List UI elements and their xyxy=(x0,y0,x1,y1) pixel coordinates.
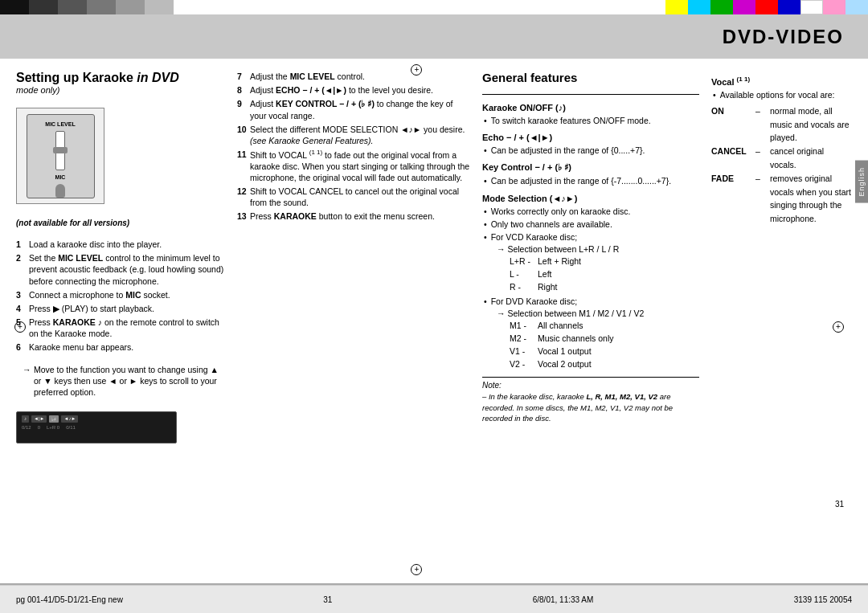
vocal-cancel: CANCEL – cancel original vocals. xyxy=(711,145,852,172)
color-green xyxy=(710,0,733,14)
menu-bar-row2: 0/12 0 L+R 0 0/11 xyxy=(22,425,171,430)
mic-label: MIC xyxy=(55,174,66,180)
color-pink xyxy=(823,0,845,14)
crosshair-icon-right xyxy=(833,321,844,333)
step-7: 7 Adjust the MIC LEVEL control. xyxy=(237,71,470,82)
color-blue xyxy=(778,0,800,14)
vcd-options: L+R -Left + Right L -Left R -Right xyxy=(497,255,699,293)
section-heading: Setting up Karaoke in DVD mode only) xyxy=(16,71,225,100)
step-2: 2 Set the MIC LEVEL control to the minim… xyxy=(16,252,225,287)
dvd-arrow: → Selection between M1 / M2 / V1 / V2 M1… xyxy=(482,309,699,370)
gray-block-6 xyxy=(145,0,174,14)
availability-note: (not available for all versions) xyxy=(16,219,225,227)
step-4: 4 Press ▶ (PLAY) to start playback. xyxy=(16,303,225,314)
dvd-v2: V2 -Vocal 2 output xyxy=(510,358,699,371)
crosshair-icon-top xyxy=(411,64,422,76)
middle-column: 7 Adjust the MIC LEVEL control. 8 Adjust… xyxy=(237,71,470,572)
note-available: (not available for all versions) xyxy=(16,219,225,231)
bottom-page-num: 31 xyxy=(323,595,332,604)
mode-item-dvd: For DVD Karaoke disc; xyxy=(482,296,699,307)
step-13: 13 Press KARAOKE button to exit the menu… xyxy=(237,210,470,222)
crosshair-icon-bottom xyxy=(411,564,422,575)
bottom-bar: pg 001-41/D5-D1/21-Eng new 31 6/8/01, 11… xyxy=(0,585,868,613)
color-magenta xyxy=(733,0,755,14)
color-yellow xyxy=(665,0,688,14)
vcd-r: R -Right xyxy=(510,281,699,294)
setup-steps-middle: 7 Adjust the MIC LEVEL control. 8 Adjust… xyxy=(237,71,470,225)
menu-val-4: 0/11 xyxy=(66,425,76,430)
bottom-left-text: pg 001-41/D5-D1/21-Eng new xyxy=(16,595,123,604)
slider-handle xyxy=(53,147,68,153)
color-white xyxy=(800,0,823,14)
menu-icon-4: ◄♪► xyxy=(61,415,78,423)
menu-val-1: 0/12 xyxy=(22,425,31,430)
setup-steps-left: 1 Load a karaoke disc into the player. 2… xyxy=(16,239,225,356)
page-title: DVD-VIDEO xyxy=(723,26,844,48)
step-9: 9 Adjust KEY CONTROL − / + (♭ ♯) to chan… xyxy=(237,98,470,121)
menu-bar-row1: ♪ ◄|► ♭♯ ◄♪► xyxy=(22,415,171,423)
language-tab: English xyxy=(855,161,868,203)
title-divider xyxy=(482,94,699,95)
device-inner: MIC LEVEL MIC xyxy=(27,114,95,198)
mode-item-1: Works correctly only on karaoke disc. xyxy=(482,206,699,217)
mode-selection-title: Mode Selection (◄♪►) xyxy=(482,194,699,203)
key-control-list: Can be adjusted in the range of {-7.....… xyxy=(482,175,699,188)
color-red xyxy=(755,0,778,14)
bottom-center-text: 6/8/01, 11:33 AM xyxy=(533,595,594,604)
bottom-right-text: 3139 115 20054 xyxy=(794,595,852,604)
vocal-title: Vocal (1 1) xyxy=(711,76,852,87)
mode-item-2: Only two channels are available. xyxy=(482,219,699,230)
page-number-side: 31 xyxy=(835,500,844,509)
key-control-item: Can be adjusted in the range of {-7.....… xyxy=(482,175,699,186)
karaoke-onoff-list: To switch karaoke features ON/OFF mode. xyxy=(482,115,699,128)
vocal-fade: FADE – removes original vocals when you … xyxy=(711,172,852,226)
key-control-title: Key Control − / + (♭ ♯) xyxy=(482,162,699,173)
step-8: 8 Adjust ECHO − / + (◄|►) to the level y… xyxy=(237,84,470,96)
header-bar: DVD-VIDEO xyxy=(0,14,868,59)
step-12: 12 Shift to VOCAL CANCEL to cancel out t… xyxy=(237,186,470,208)
device-image: MIC LEVEL MIC xyxy=(16,108,104,204)
echo-title: Echo − / + (◄|►) xyxy=(482,133,699,142)
slider-track xyxy=(55,131,65,171)
gray-block-1 xyxy=(0,0,29,14)
vocal-list: Available options for vocal are: xyxy=(711,89,852,102)
mic-icon xyxy=(55,184,65,197)
step-1: 1 Load a karaoke disc into the player. xyxy=(16,239,225,250)
menu-val-3: L+R 0 xyxy=(47,425,59,430)
general-features-title: General features xyxy=(482,71,699,84)
karaoke-onoff-item: To switch karaoke features ON/OFF mode. xyxy=(482,115,699,126)
echo-item: Can be adjusted in the range of {0.....+… xyxy=(482,145,699,156)
vocal-table: ON – normal mode, all music and vocals a… xyxy=(711,104,852,226)
karaoke-onoff-title: Karaoke ON/OFF (♪) xyxy=(482,103,699,112)
vcd-arrow-text: → Selection between L+R / L / R xyxy=(497,244,699,254)
crosshair-right xyxy=(833,321,844,334)
gray-block-3 xyxy=(58,0,87,14)
step-3: 3 Connect a microphone to MIC socket. xyxy=(16,289,225,300)
arrow-icon: → xyxy=(23,364,34,398)
vcd-lr: L+R -Left + Right xyxy=(510,255,699,268)
crosshair-left xyxy=(14,321,26,334)
dvd-m1: M1 -All channels xyxy=(510,320,699,333)
vcd-arrow: → Selection between L+R / L / R L+R -Lef… xyxy=(482,244,699,293)
color-cyan xyxy=(688,0,710,14)
gray-block-2 xyxy=(29,0,58,14)
device-section: MIC LEVEL MIC xyxy=(16,108,225,210)
gray-block-4 xyxy=(87,0,116,14)
vocal-on: ON – normal mode, all music and vocals a… xyxy=(711,104,852,145)
echo-list: Can be adjusted in the range of {0.....+… xyxy=(482,145,699,157)
vcd-l: L -Left xyxy=(510,268,699,281)
dvd-v1: V1 -Vocal 1 output xyxy=(510,345,699,358)
menu-icon-1: ♪ xyxy=(22,415,29,423)
menu-icon-2: ◄|► xyxy=(31,415,47,423)
step-6-arrow: → Move to the function you want to chang… xyxy=(16,364,225,398)
section-subtitle: mode only) xyxy=(16,85,225,95)
main-content: Setting up Karaoke in DVD mode only) MIC… xyxy=(0,59,868,580)
mode-item-3: For VCD Karaoke disc; xyxy=(482,231,699,243)
left-column: Setting up Karaoke in DVD mode only) MIC… xyxy=(16,71,225,572)
color-lightblue xyxy=(845,0,868,14)
dvd-m2: M2 -Music channels only xyxy=(510,333,699,345)
mode-selection-dvd-list: For DVD Karaoke disc; xyxy=(482,296,699,309)
step-6: 6 Karaoke menu bar appears. xyxy=(16,341,225,353)
grayscale-blocks xyxy=(0,0,174,14)
note-text: – In the karaoke disc, karaoke L, R, M1,… xyxy=(482,391,699,423)
